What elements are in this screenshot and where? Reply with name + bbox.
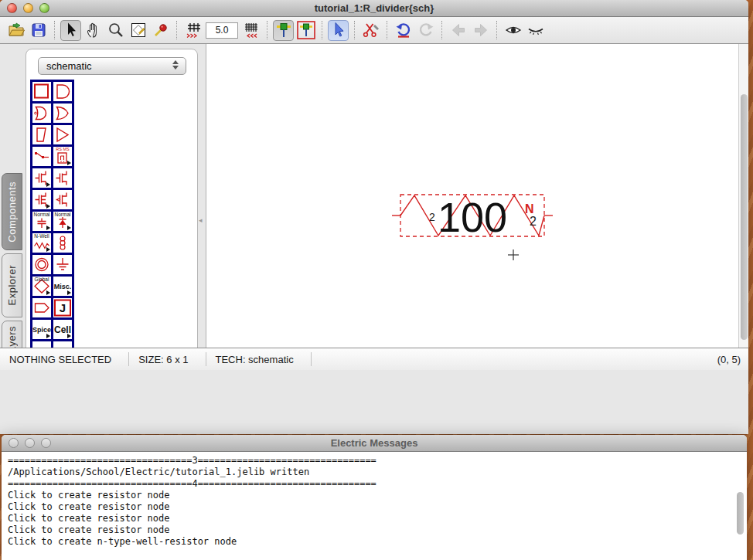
toolbar-separator (496, 21, 497, 39)
status-separator (311, 352, 312, 366)
wire-pin-icon[interactable] (32, 147, 51, 166)
console-line: =================================3======… (8, 455, 747, 467)
main-content: Components Explorer Layers schematic RS … (0, 44, 748, 391)
main-title-bar[interactable]: tutorial_1:R_divider{sch} (0, 0, 748, 17)
status-selection: NOTHING SELECTED (0, 354, 128, 365)
toggle-grid-button[interactable] (182, 20, 203, 41)
window-title: tutorial_1:R_divider{sch} (0, 0, 748, 17)
component-palette-panel: schematic RS MSNormalNormalN-WellGlobalM… (26, 49, 198, 387)
global-icon[interactable]: Global (32, 277, 51, 296)
palette-cell-label: Normal (32, 212, 51, 217)
minimize-button[interactable] (23, 3, 33, 13)
cell-icon[interactable]: Cell (53, 320, 72, 339)
messages-traffic-lights (9, 438, 51, 448)
electric-messages-window: Electric Messages ======================… (2, 435, 747, 560)
pmos-transistor-icon[interactable] (53, 190, 72, 209)
toolbar-separator (176, 21, 177, 39)
buffer-icon[interactable] (53, 125, 72, 144)
toolbar-separator (441, 21, 442, 39)
save-library-button[interactable] (28, 20, 49, 41)
pin-highlight-button[interactable] (295, 20, 316, 41)
capacitor-icon[interactable]: Normal (32, 212, 51, 231)
technology-selector[interactable]: schematic (38, 57, 186, 75)
status-tech: TECH: schematic (206, 354, 311, 365)
palette-cell-label: Global (32, 277, 51, 282)
status-coordinates: (0, 5) (717, 354, 748, 365)
electric-main-window: tutorial_1:R_divider{sch} Components Exp… (0, 0, 748, 434)
expand-cells-eye-button[interactable] (503, 20, 523, 41)
power-icon[interactable] (32, 255, 51, 274)
palette-cell-label: Normal (53, 212, 72, 217)
schematic-canvas[interactable]: 100 2 N 2 (206, 44, 738, 382)
spice-icon[interactable]: Spice (32, 320, 51, 339)
preferences-tools-button[interactable] (360, 20, 381, 41)
pan-hand-button[interactable] (83, 20, 104, 41)
canvas-vertical-scrollbar[interactable] (738, 44, 748, 382)
component-grid: RS MSNormalNormalN-WellGlobalMisc.JSpice… (30, 80, 74, 385)
nmos4-transistor-icon[interactable] (32, 190, 51, 209)
technology-selector-value: schematic (46, 60, 92, 72)
offpage-icon[interactable] (32, 298, 51, 317)
submenu-caret-icon (46, 247, 50, 252)
open-library-button[interactable] (5, 20, 26, 41)
flipflop-icon[interactable]: RS MS (53, 147, 72, 166)
probe-button[interactable] (150, 20, 171, 41)
toolbar-separator (322, 21, 322, 39)
console-line: Click to create resistor node (8, 524, 747, 536)
nmos-transistor-icon[interactable] (32, 168, 51, 188)
toolbar-separator (387, 21, 387, 39)
submenu-caret-icon (67, 334, 71, 338)
messages-window-title: Electric Messages (2, 435, 747, 452)
toolbar-separator (267, 21, 267, 39)
submenu-caret-icon (46, 334, 50, 338)
back-button[interactable] (448, 20, 468, 41)
console-line: Click to create resistor node (8, 490, 747, 501)
jumper-icon[interactable]: J (53, 298, 72, 317)
close-button[interactable] (9, 438, 19, 448)
console-line: Click to create n-type-well-resistor nod… (8, 536, 747, 548)
resistance-value: 100 (438, 194, 507, 240)
fine-grid-button[interactable] (240, 20, 261, 41)
messages-console[interactable]: =================================3======… (2, 452, 747, 560)
redo-button[interactable] (415, 20, 436, 41)
messages-scroll-thumb[interactable] (737, 492, 744, 535)
diode-icon[interactable]: Normal (53, 212, 72, 231)
undo-button[interactable] (393, 20, 414, 41)
node-box-icon[interactable] (32, 82, 51, 101)
ground-icon[interactable] (53, 255, 72, 274)
pin-button[interactable] (273, 20, 294, 41)
special-select-button[interactable] (328, 20, 349, 41)
window-bottom-strip (0, 370, 748, 434)
panel-divider-handle[interactable]: ◂ (199, 216, 206, 225)
and-gate-icon[interactable] (53, 82, 72, 101)
edit-cell-button[interactable] (128, 20, 148, 41)
misc-icon[interactable]: Misc. (53, 277, 72, 296)
well-resistor-icon[interactable]: N-Well (32, 233, 51, 253)
well-letter: N (525, 202, 534, 216)
left-port-number: 2 (429, 211, 435, 223)
zoom-window-button[interactable] (41, 438, 51, 448)
close-button[interactable] (7, 3, 17, 13)
forward-button[interactable] (470, 20, 491, 41)
messages-vertical-scrollbar[interactable] (736, 460, 745, 558)
submenu-caret-icon (46, 290, 50, 295)
zoom-window-button[interactable] (39, 3, 49, 13)
mos-transistor-icon[interactable] (53, 168, 72, 188)
console-line: /Applications/School/Electric/tutorial_1… (8, 467, 747, 478)
select-arrow-button[interactable] (60, 20, 81, 41)
minimize-button[interactable] (25, 438, 35, 448)
grid-spacing-input[interactable] (206, 22, 238, 39)
tab-components[interactable]: Components (2, 173, 22, 250)
stepper-icon (172, 60, 181, 70)
tab-explorer[interactable]: Explorer (2, 253, 22, 317)
console-line: Click to create resistor node (8, 501, 747, 513)
collapse-cells-eye-button[interactable] (525, 20, 546, 41)
messages-title-bar[interactable]: Electric Messages (2, 435, 747, 452)
zoom-magnifier-button[interactable] (105, 20, 126, 41)
or-gate-icon[interactable] (53, 104, 72, 123)
desktop: { "main_window": { "title": "tutorial_1:… (0, 0, 753, 560)
v-scroll-thumb[interactable] (741, 94, 748, 340)
inductor-icon[interactable] (53, 233, 72, 253)
nand-gate-icon[interactable] (32, 104, 51, 123)
d-gate-icon[interactable] (32, 125, 51, 144)
